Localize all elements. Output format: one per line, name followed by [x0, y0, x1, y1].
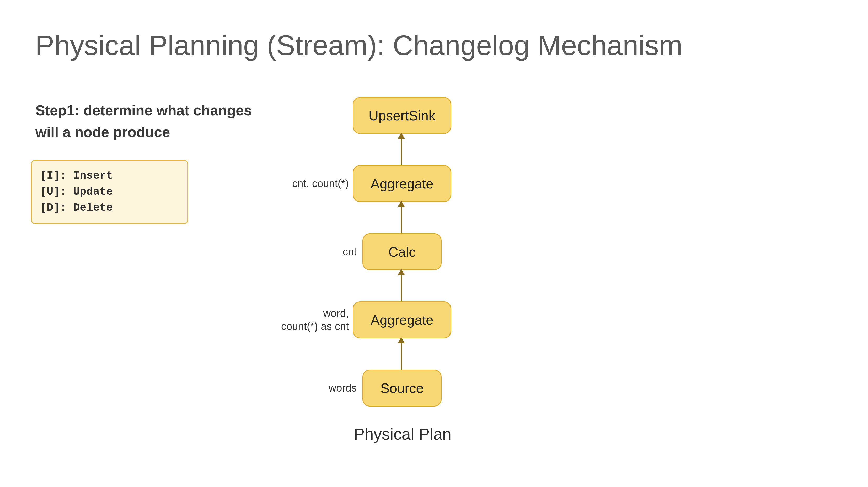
node-calc: Calc — [363, 233, 442, 270]
diagram-caption: Physical Plan — [354, 425, 451, 443]
legend-insert: [I]: Insert — [40, 170, 113, 182]
legend-delete: [D]: Delete — [40, 201, 113, 214]
arrow-source-to-aggregate1 — [401, 337, 402, 369]
label-aggregate-top: cnt, count(*) — [281, 177, 349, 190]
step-line2: will a node produce — [35, 124, 170, 140]
label-source: words — [281, 381, 356, 394]
slide-title: Physical Planning (Stream): Changelog Me… — [35, 29, 682, 62]
step-heading: Step1: determine what changes will a nod… — [35, 100, 252, 143]
arrow-aggregate2-to-sink — [401, 133, 402, 165]
legend-box: [I]: Insert [U]: Update [D]: Delete — [31, 160, 188, 224]
node-aggregate-bottom: Aggregate — [353, 301, 451, 338]
label-aggregate-bottom: word, count(*) as cnt — [268, 307, 349, 333]
legend-update: [U]: Update — [40, 186, 113, 198]
node-source: Source — [363, 369, 442, 407]
physical-plan-diagram: UpsertSink Aggregate cnt, count(*) Calc … — [278, 97, 514, 464]
node-upsert-sink: UpsertSink — [353, 97, 451, 134]
arrow-calc-to-aggregate2 — [401, 201, 402, 233]
arrow-aggregate1-to-calc — [401, 269, 402, 301]
node-aggregate-top: Aggregate — [353, 165, 451, 202]
step-line1: Step1: determine what changes — [35, 102, 252, 119]
label-calc: cnt — [281, 245, 356, 258]
